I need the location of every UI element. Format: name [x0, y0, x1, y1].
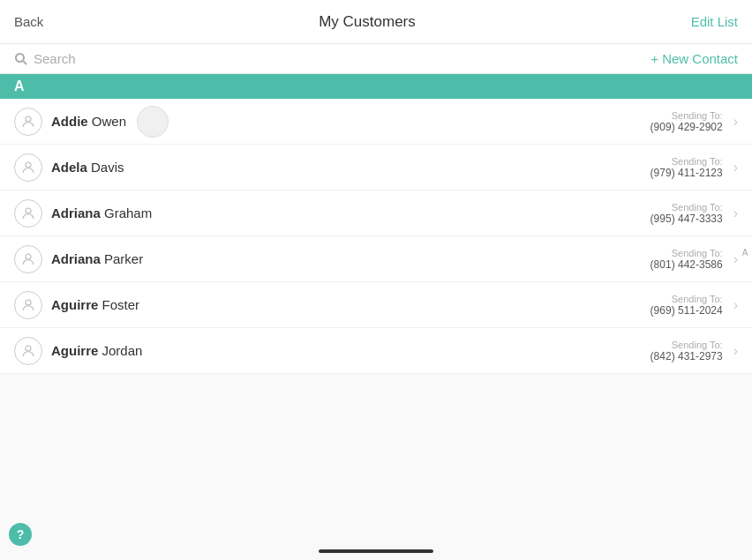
app-header: Back My Customers Edit List	[0, 0, 752, 44]
contact-sending-info: Sending To:(979) 411-2123	[650, 156, 723, 179]
contact-sending-info: Sending To:(995) 447-3333	[650, 202, 723, 225]
sending-to-phone: (979) 411-2123	[650, 167, 723, 179]
sending-to-label: Sending To:	[672, 340, 723, 350]
search-bar: Search + New Contact	[0, 44, 752, 74]
sending-to-label: Sending To:	[672, 110, 723, 121]
svg-point-5	[26, 254, 31, 259]
contact-row[interactable]: Adriana ParkerSending To:(801) 442-3586›	[0, 236, 752, 282]
sending-to-phone: (995) 447-3333	[650, 213, 723, 225]
contact-avatar	[14, 199, 42, 228]
section-header-a: A	[0, 74, 752, 99]
sending-to-label: Sending To:	[672, 248, 723, 258]
alpha-letter-a[interactable]: A	[742, 247, 748, 259]
sending-to-phone: (969) 511-2024	[650, 304, 723, 317]
contact-sending-info: Sending To:(969) 511-2024	[650, 294, 723, 317]
sending-to-label: Sending To:	[672, 294, 723, 304]
contact-avatar	[14, 291, 42, 319]
contact-row[interactable]: Aguirre FosterSending To:(969) 511-2024›	[0, 282, 752, 328]
contact-avatar	[14, 153, 42, 182]
sending-to-label: Sending To:	[672, 156, 723, 167]
contact-name: Aguirre Jordan	[51, 343, 650, 358]
contact-avatar	[14, 245, 42, 273]
alphabet-nav[interactable]: A	[738, 71, 752, 534]
svg-point-0	[16, 54, 24, 62]
search-placeholder: Search	[34, 51, 76, 66]
contact-sending-info: Sending To:(801) 442-3586	[650, 248, 723, 271]
contact-name: Aguirre Foster	[51, 297, 650, 312]
sending-to-label: Sending To:	[672, 202, 723, 213]
contact-name: Adela Davis	[51, 160, 650, 175]
search-field-area[interactable]: Search	[14, 51, 76, 66]
sending-to-phone: (842) 431-2973	[650, 350, 723, 362]
contact-row[interactable]: Addie OwenSending To:(909) 429-2902›	[0, 99, 752, 145]
loading-indicator	[137, 106, 169, 138]
contact-name: Adriana Parker	[51, 251, 650, 266]
svg-line-1	[24, 61, 27, 64]
contact-list: Addie OwenSending To:(909) 429-2902› Ade…	[0, 99, 752, 374]
edit-list-button[interactable]: Edit List	[691, 14, 738, 29]
contact-row[interactable]: Adela DavisSending To:(979) 411-2123›	[0, 145, 752, 190]
back-button[interactable]: Back	[14, 14, 43, 29]
home-indicator	[319, 549, 433, 553]
sending-to-phone: (801) 442-3586	[650, 258, 723, 271]
contact-avatar	[14, 108, 42, 136]
contact-row[interactable]: Adriana GrahamSending To:(995) 447-3333›	[0, 190, 752, 236]
help-button[interactable]: ?	[9, 523, 32, 546]
sending-to-phone: (909) 429-2902	[650, 121, 723, 133]
contact-row[interactable]: Aguirre JordanSending To:(842) 431-2973›	[0, 328, 752, 374]
search-icon	[14, 52, 28, 66]
svg-point-2	[26, 116, 31, 122]
contact-avatar	[14, 337, 42, 365]
new-contact-button[interactable]: + New Contact	[650, 51, 738, 66]
svg-point-6	[26, 300, 31, 305]
contact-name: Adriana Graham	[51, 205, 650, 220]
svg-point-4	[26, 208, 31, 213]
page-title: My Customers	[319, 13, 416, 31]
contact-sending-info: Sending To:(842) 431-2973	[650, 340, 723, 362]
svg-point-7	[26, 346, 31, 351]
section-label: A	[14, 78, 25, 94]
contact-sending-info: Sending To:(909) 429-2902	[650, 110, 723, 133]
svg-point-3	[26, 162, 31, 168]
